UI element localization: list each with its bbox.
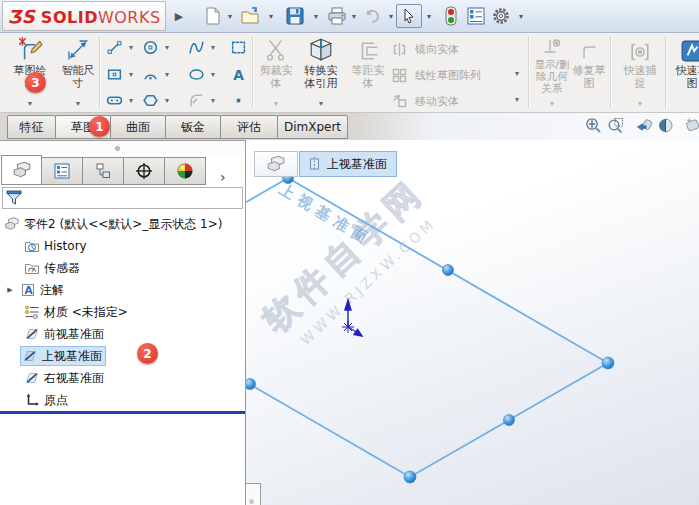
section-view-button[interactable] [657, 117, 674, 134]
tab-dimxpert[interactable]: DimXpert [277, 115, 348, 139]
top-plane-outline[interactable] [246, 178, 608, 477]
material-label: 材质 <未指定> [44, 304, 128, 321]
interrupt-button[interactable] [443, 6, 463, 26]
expand-arrow-icon[interactable]: ▶ [0, 286, 20, 294]
tab-dimxpert-manager[interactable] [124, 157, 165, 185]
notch-handle[interactable] [249, 499, 254, 504]
tree-item-material[interactable]: 材质 <未指定> [0, 301, 245, 323]
polygon-tool-dropdown[interactable]: ▾ [162, 96, 172, 105]
options-button[interactable] [491, 6, 511, 26]
arc-tool-dropdown[interactable]: ▾ [162, 70, 172, 79]
move-entities-dropdown[interactable]: ▾ [512, 95, 522, 104]
sketch-dropdown[interactable]: ▾ [4, 97, 56, 110]
save-dropdown[interactable]: ▾ [311, 12, 321, 21]
gear-icon [491, 6, 511, 26]
undo-dropdown[interactable]: ▾ [386, 12, 396, 21]
linear-pattern-dropdown[interactable]: ▾ [512, 69, 522, 78]
zoom-fit-button[interactable] [585, 117, 602, 134]
select-tool-button[interactable] [396, 4, 422, 28]
display-relations-dropdown[interactable]: ▾ [531, 97, 573, 110]
property-list-icon [466, 6, 486, 26]
open-file-dropdown[interactable]: ▾ [266, 12, 276, 21]
quick-snaps-button[interactable]: 快速捕 捉 ▾ [618, 36, 662, 110]
tree-item-sensors[interactable]: 传感器 [0, 257, 245, 279]
convert-entities-button[interactable]: 转换实 体引用 ▾ [297, 36, 345, 110]
repair-sketch-button[interactable]: 修复草 图 [572, 36, 606, 110]
tree-item-top-plane[interactable]: 上视基准面 [0, 345, 245, 367]
undo-button[interactable] [362, 6, 382, 26]
selection-box-tool-button[interactable] [230, 39, 247, 56]
line-tool-dropdown[interactable]: ▾ [126, 43, 136, 52]
tree-item-right-plane[interactable]: 右视基准面 [0, 367, 245, 389]
rebuild-button[interactable] [466, 6, 486, 26]
fillet-tool-dropdown[interactable]: ▾ [208, 96, 218, 105]
rectangle-tool-button[interactable] [106, 66, 123, 83]
filter-funnel-icon [5, 189, 23, 207]
tree-item-history[interactable]: History [0, 235, 245, 257]
tab-feature-manager[interactable] [1, 155, 42, 185]
tab-display-manager[interactable] [165, 157, 206, 185]
rollback-bar[interactable] [0, 411, 245, 414]
print-button[interactable] [327, 6, 347, 26]
tree-item-origin[interactable]: 原点 [0, 389, 245, 411]
previous-view-button[interactable] [636, 117, 653, 134]
tree-item-part-root[interactable]: 零件2 (默认<<默认>_显示状态 1>) [0, 213, 245, 235]
linear-pattern-icon [392, 68, 407, 83]
tab-property-manager[interactable] [42, 157, 83, 185]
point-tool-button[interactable] [230, 92, 247, 109]
tab-evaluate[interactable]: 评估 [220, 115, 278, 139]
trim-dropdown[interactable]: ▾ [256, 97, 296, 110]
new-file-dropdown[interactable]: ▾ [225, 12, 235, 21]
panel-splitter[interactable] [0, 141, 245, 154]
open-file-button[interactable] [240, 6, 260, 26]
smart-dimension-dropdown[interactable]: ▾ [58, 97, 98, 110]
tab-configuration-manager[interactable] [83, 157, 124, 185]
convert-dropdown[interactable]: ▾ [297, 97, 345, 110]
rapid-sketch-button[interactable]: 快速草 图 [670, 36, 699, 110]
trim-entities-button[interactable]: 剪裁实 体 ▾ [256, 36, 296, 110]
linear-pattern-button[interactable]: 线性草图阵列 [392, 66, 481, 84]
tab-features[interactable]: 特征 [7, 115, 56, 139]
circle-tool-dropdown[interactable]: ▾ [162, 43, 172, 52]
slot-tool-dropdown[interactable]: ▾ [126, 96, 136, 105]
ellipse-tool-dropdown[interactable]: ▾ [208, 70, 218, 79]
arc-tool-button[interactable] [142, 66, 159, 83]
svg-text:A: A [25, 284, 34, 296]
rectangle-tool-dropdown[interactable]: ▾ [126, 70, 136, 79]
sketch-plane-graphics[interactable]: 上视基准面 [246, 140, 699, 505]
breadcrumb-plane-button[interactable]: 上视基准面 [299, 151, 397, 177]
offset-entities-button[interactable]: 等距实 体 [346, 36, 390, 110]
tree-item-annotations[interactable]: ▶ A 注解 [0, 279, 245, 301]
panel-tab-overflow[interactable]: › [220, 169, 226, 185]
display-relations-button[interactable]: 显示/删 除几何 关系 ▾ [531, 36, 573, 110]
quick-snaps-dropdown[interactable]: ▾ [618, 97, 662, 110]
text-tool-button[interactable]: A [230, 66, 247, 83]
tree-filter-field[interactable] [2, 187, 243, 209]
circle-tool-button[interactable] [142, 39, 159, 56]
tab-sheet-metal[interactable]: 钣金 [165, 115, 221, 139]
options-dropdown[interactable]: ▾ [516, 12, 526, 21]
graphics-viewport[interactable]: 软件自学网 WWW.RJZXW.COM 上视基准面 [246, 140, 699, 505]
plane-icon [24, 326, 40, 342]
spline-tool-dropdown[interactable]: ▾ [208, 43, 218, 52]
mirror-entities-button[interactable]: 镜向实体 [392, 40, 459, 58]
tab-surfaces[interactable]: 曲面 [110, 115, 166, 139]
view-settings-button[interactable] [684, 117, 699, 134]
select-tool-dropdown[interactable]: ▾ [424, 12, 434, 21]
fillet-tool-button[interactable] [188, 92, 205, 109]
spline-tool-button[interactable] [188, 39, 205, 56]
print-dropdown[interactable]: ▾ [349, 12, 359, 21]
polygon-tool-button[interactable] [142, 92, 159, 109]
ellipse-tool-button[interactable] [188, 66, 205, 83]
move-entities-button[interactable]: 移动实体 [392, 92, 459, 110]
smart-dimension-button[interactable]: 智能尺 寸 ▾ [58, 36, 98, 110]
tree-item-front-plane[interactable]: 前视基准面 [0, 323, 245, 345]
slot-tool-button[interactable] [106, 92, 123, 109]
splitter-handle[interactable] [115, 146, 120, 151]
menu-expand-button[interactable]: ▶ [170, 4, 188, 28]
breadcrumb-part-button[interactable] [254, 151, 298, 177]
new-file-button[interactable] [203, 6, 223, 26]
line-tool-button[interactable] [106, 39, 123, 56]
zoom-area-button[interactable] [607, 117, 624, 134]
save-button[interactable] [285, 6, 305, 26]
